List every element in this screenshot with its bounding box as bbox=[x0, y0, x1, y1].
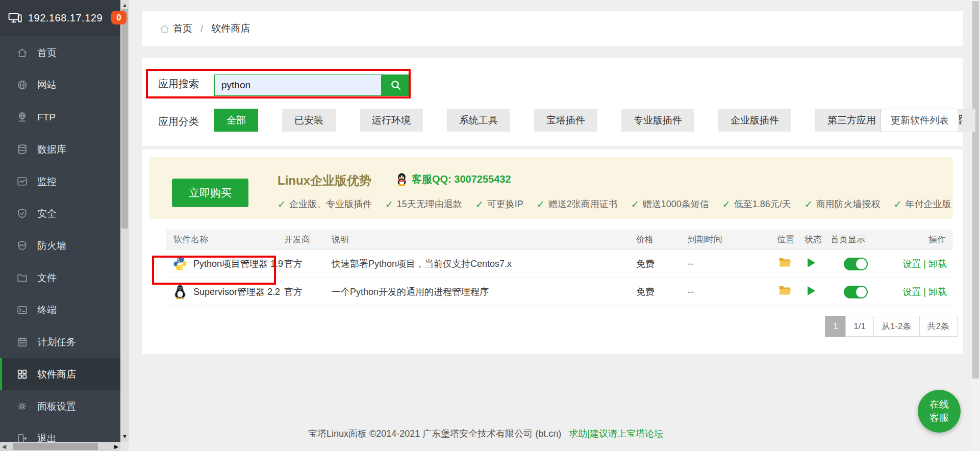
action-separator: | bbox=[923, 287, 926, 297]
breadcrumb-home-link[interactable]: 首页 bbox=[159, 22, 192, 35]
action-cell: 设置 | 卸载 bbox=[902, 286, 953, 298]
check-icon: ✓ bbox=[722, 198, 731, 210]
update-software-list-button[interactable]: 更新软件列表 bbox=[881, 109, 959, 132]
page-indicator: 1/1 bbox=[845, 316, 874, 337]
sidebar-vertical-scrollbar[interactable]: ▲ ▼ bbox=[120, 0, 129, 442]
message-count-badge[interactable]: 0 bbox=[111, 11, 127, 24]
sidebar-item-firewall[interactable]: WAF 防火墙 bbox=[0, 230, 120, 262]
home-display-cell bbox=[831, 286, 902, 298]
calendar-icon bbox=[16, 336, 28, 348]
breadcrumb: 首页 / 软件商店 bbox=[142, 11, 963, 46]
description-cell: 快速部署Python项目，当前仅支持Centos7.x bbox=[332, 258, 636, 270]
folder-icon bbox=[16, 272, 28, 284]
online-support-button[interactable]: 在线 客服 bbox=[918, 390, 961, 433]
software-name-cell: Python项目管理器 1.9 bbox=[166, 256, 284, 271]
gear-icon bbox=[16, 400, 28, 412]
sidebar-item-terminal[interactable]: 终端 bbox=[0, 294, 120, 326]
tab-all[interactable]: 全部 bbox=[214, 109, 258, 132]
sidebar-item-appstore[interactable]: 软件商店 bbox=[0, 358, 120, 390]
uninstall-link[interactable]: 卸载 bbox=[928, 259, 947, 269]
search-button[interactable] bbox=[382, 74, 410, 96]
running-play-icon[interactable] bbox=[808, 286, 815, 295]
breadcrumb-current: 软件商店 bbox=[211, 22, 250, 35]
pagination: 1 1/1 从1-2条 共2条 bbox=[825, 316, 958, 337]
feature-item: ✓赠送1000条短信 bbox=[631, 198, 709, 210]
search-icon bbox=[390, 79, 402, 91]
home-display-toggle[interactable] bbox=[844, 258, 868, 270]
software-list-card: 立即购买 Linux企业版优势 客服QQ: 3007255432 ✓企业版、专业… bbox=[142, 149, 963, 354]
app-search-input[interactable] bbox=[214, 74, 382, 96]
scroll-up-arrow-icon[interactable]: ▲ bbox=[120, 1, 129, 10]
page-number-1[interactable]: 1 bbox=[825, 316, 846, 337]
sidebar-item-home[interactable]: 首页 bbox=[0, 37, 120, 69]
tab-system-tools[interactable]: 系统工具 bbox=[447, 109, 510, 132]
scrollbar-thumb[interactable] bbox=[972, 1, 979, 379]
feature-item: ✓可更换IP bbox=[475, 198, 523, 210]
page-vertical-scrollbar[interactable] bbox=[971, 0, 980, 451]
monitor-chart-icon bbox=[16, 176, 28, 187]
developer-cell: 官方 bbox=[284, 258, 332, 270]
scrollbar-thumb[interactable] bbox=[13, 443, 98, 450]
software-table: 软件名称 开发商 说明 价格 到期时间 位置 状态 首页显示 操作 Python… bbox=[166, 230, 953, 306]
app-grid-icon bbox=[16, 368, 28, 380]
tab-enterprise-plugins[interactable]: 企业版插件 bbox=[718, 109, 791, 132]
open-folder-icon[interactable] bbox=[778, 285, 791, 296]
sidebar-item-website[interactable]: 网站 bbox=[0, 69, 120, 101]
table-row-python-manager: Python项目管理器 1.9 官方 快速部署Python项目，当前仅支持Cen… bbox=[166, 250, 953, 278]
python-logo-icon bbox=[172, 256, 188, 271]
tab-thirdparty[interactable]: 第三方应用 bbox=[815, 109, 888, 132]
server-ip: 192.168.17.129 bbox=[28, 12, 103, 24]
check-icon: ✓ bbox=[631, 198, 639, 210]
sidebar-horizontal-scrollbar[interactable]: ◀ ▶ bbox=[0, 442, 120, 451]
feature-list: ✓企业版、专业版插件 ✓15天无理由退款 ✓可更换IP ✓赠送2张商用证书 ✓赠… bbox=[278, 198, 951, 210]
scroll-left-arrow-icon[interactable]: ◀ bbox=[0, 442, 8, 451]
sidebar-item-ftp[interactable]: FTP bbox=[0, 101, 120, 133]
page-total: 共2条 bbox=[919, 316, 958, 337]
sidebar-item-security[interactable]: 安全 bbox=[0, 197, 120, 230]
sidebar-item-database[interactable]: 数据库 bbox=[0, 133, 120, 165]
sidebar-item-monitor[interactable]: 监控 bbox=[0, 165, 120, 197]
page-range: 从1-2条 bbox=[873, 316, 920, 337]
sidebar-item-cron[interactable]: 计划任务 bbox=[0, 326, 120, 358]
check-icon: ✓ bbox=[537, 198, 545, 210]
forum-help-link[interactable]: 求助|建议请上宝塔论坛 bbox=[569, 429, 663, 439]
home-icon bbox=[159, 23, 170, 34]
expire-cell: -- bbox=[688, 259, 777, 269]
table-row-supervisor-manager: Supervisor管理器 2.2 官方 一个Python开发的通用的进程管理程… bbox=[166, 278, 953, 306]
globe-icon bbox=[16, 79, 28, 91]
uninstall-link[interactable]: 卸载 bbox=[928, 287, 947, 297]
tab-installed[interactable]: 已安装 bbox=[282, 109, 336, 132]
tux-linux-icon bbox=[172, 284, 188, 299]
open-folder-icon[interactable] bbox=[778, 257, 791, 268]
tab-bt-plugins[interactable]: 宝塔插件 bbox=[534, 109, 597, 132]
developer-cell: 官方 bbox=[284, 286, 332, 298]
category-label: 应用分类 bbox=[158, 115, 199, 129]
home-display-toggle[interactable] bbox=[844, 286, 868, 298]
feature-item: ✓赠送2张商用证书 bbox=[537, 198, 618, 210]
price-cell: 免费 bbox=[636, 286, 688, 298]
sidebar-item-settings[interactable]: 面板设置 bbox=[0, 390, 120, 422]
server-header: 192.168.17.129 0 bbox=[0, 0, 120, 36]
running-play-icon[interactable] bbox=[808, 258, 815, 267]
copyright-text: 宝塔Linux面板 ©2014-2021 广东堡塔安全技术有限公司 (bt.cn… bbox=[308, 429, 561, 439]
tab-runtime[interactable]: 运行环境 bbox=[360, 109, 423, 132]
banner-title: Linux企业版优势 bbox=[278, 172, 371, 189]
scrollbar-thumb[interactable] bbox=[121, 9, 128, 229]
check-icon: ✓ bbox=[894, 198, 902, 210]
settings-link[interactable]: 设置 bbox=[902, 259, 921, 269]
scroll-right-arrow-icon[interactable]: ▶ bbox=[112, 442, 120, 451]
status-cell bbox=[805, 286, 831, 298]
terminal-icon bbox=[16, 304, 28, 316]
feature-item: ✓商用防火墙授权 bbox=[805, 198, 881, 210]
sidebar-item-files[interactable]: 文件 bbox=[0, 262, 120, 294]
price-cell: 免费 bbox=[636, 258, 688, 270]
tab-pro-plugins[interactable]: 专业版插件 bbox=[621, 109, 694, 132]
search-and-filter-card: 应用搜索 应用分类 全部 已安装 运行环境 系统工具 宝塔插件 专业版插件 企业… bbox=[142, 58, 963, 146]
table-header-row: 软件名称 开发商 说明 价格 到期时间 位置 状态 首页显示 操作 bbox=[166, 230, 953, 250]
buy-now-button[interactable]: 立即购买 bbox=[172, 179, 248, 207]
home-display-cell bbox=[831, 258, 902, 270]
feature-item: ✓企业版、专业版插件 bbox=[278, 198, 372, 210]
settings-link[interactable]: 设置 bbox=[902, 287, 921, 297]
toggle-knob bbox=[856, 259, 867, 269]
enterprise-promo-banner: 立即购买 Linux企业版优势 客服QQ: 3007255432 ✓企业版、专业… bbox=[149, 157, 953, 219]
